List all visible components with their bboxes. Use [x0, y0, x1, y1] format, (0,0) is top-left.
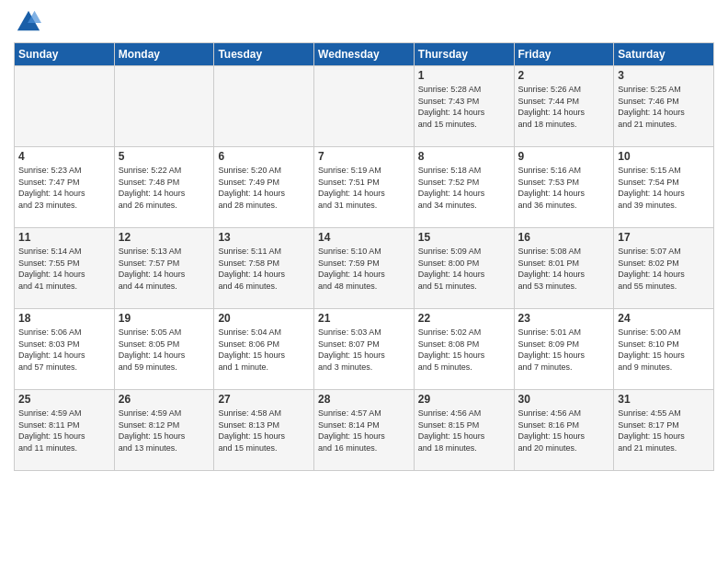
- calendar-week-5: 25Sunrise: 4:59 AMSunset: 8:11 PMDayligh…: [15, 390, 714, 471]
- cell-content: Sunrise: 5:09 AMSunset: 8:00 PMDaylight:…: [418, 246, 510, 292]
- cell-content: Sunrise: 5:26 AMSunset: 7:44 PMDaylight:…: [518, 84, 610, 130]
- day-header-thursday: Thursday: [414, 43, 514, 66]
- cell-content: Sunrise: 4:58 AMSunset: 8:13 PMDaylight:…: [218, 408, 310, 454]
- calendar-cell: 17Sunrise: 5:07 AMSunset: 8:02 PMDayligh…: [614, 228, 714, 309]
- day-number: 25: [18, 393, 110, 406]
- day-number: 16: [518, 231, 610, 244]
- calendar-cell: 20Sunrise: 5:04 AMSunset: 8:06 PMDayligh…: [214, 309, 314, 390]
- day-number: 10: [618, 150, 710, 163]
- calendar-cell: 13Sunrise: 5:11 AMSunset: 7:58 PMDayligh…: [214, 228, 314, 309]
- cell-content: Sunrise: 5:14 AMSunset: 7:55 PMDaylight:…: [18, 246, 110, 292]
- day-header-wednesday: Wednesday: [314, 43, 415, 66]
- calendar-cell: 3Sunrise: 5:25 AMSunset: 7:46 PMDaylight…: [614, 66, 714, 147]
- calendar-cell: 2Sunrise: 5:26 AMSunset: 7:44 PMDaylight…: [514, 66, 614, 147]
- calendar-week-2: 4Sunrise: 5:23 AMSunset: 7:47 PMDaylight…: [15, 147, 714, 228]
- calendar-cell: 7Sunrise: 5:19 AMSunset: 7:51 PMDaylight…: [314, 147, 415, 228]
- day-number: 19: [119, 312, 210, 325]
- day-number: 11: [18, 231, 110, 244]
- cell-content: Sunrise: 4:57 AMSunset: 8:14 PMDaylight:…: [318, 408, 410, 454]
- calendar-header-row: SundayMondayTuesdayWednesdayThursdayFrid…: [15, 43, 714, 66]
- calendar-week-1: 1Sunrise: 5:28 AMSunset: 7:43 PMDaylight…: [15, 66, 714, 147]
- cell-content: Sunrise: 5:16 AMSunset: 7:53 PMDaylight:…: [518, 165, 610, 211]
- calendar-cell: 12Sunrise: 5:13 AMSunset: 7:57 PMDayligh…: [114, 228, 214, 309]
- cell-content: Sunrise: 5:05 AMSunset: 8:05 PMDaylight:…: [119, 327, 210, 373]
- day-number: 18: [18, 312, 110, 325]
- day-number: 26: [119, 393, 210, 406]
- cell-content: Sunrise: 5:28 AMSunset: 7:43 PMDaylight:…: [418, 84, 510, 130]
- calendar-cell: 14Sunrise: 5:10 AMSunset: 7:59 PMDayligh…: [314, 228, 415, 309]
- calendar-cell: 16Sunrise: 5:08 AMSunset: 8:01 PMDayligh…: [514, 228, 614, 309]
- calendar-table: SundayMondayTuesdayWednesdayThursdayFrid…: [14, 42, 714, 471]
- cell-content: Sunrise: 5:08 AMSunset: 8:01 PMDaylight:…: [518, 246, 610, 292]
- day-number: 20: [218, 312, 310, 325]
- day-header-monday: Monday: [114, 43, 214, 66]
- day-header-saturday: Saturday: [614, 43, 714, 66]
- day-number: 23: [518, 312, 610, 325]
- day-number: 6: [218, 150, 310, 163]
- calendar-cell: [114, 66, 214, 147]
- cell-content: Sunrise: 5:15 AMSunset: 7:54 PMDaylight:…: [618, 165, 710, 211]
- calendar-cell: 30Sunrise: 4:56 AMSunset: 8:16 PMDayligh…: [514, 390, 614, 471]
- day-number: 3: [618, 69, 710, 82]
- calendar-cell: 11Sunrise: 5:14 AMSunset: 7:55 PMDayligh…: [15, 228, 115, 309]
- cell-content: Sunrise: 5:22 AMSunset: 7:48 PMDaylight:…: [119, 165, 210, 211]
- day-number: 24: [618, 312, 710, 325]
- cell-content: Sunrise: 5:06 AMSunset: 8:03 PMDaylight:…: [18, 327, 110, 373]
- calendar-cell: 23Sunrise: 5:01 AMSunset: 8:09 PMDayligh…: [514, 309, 614, 390]
- calendar-cell: 6Sunrise: 5:20 AMSunset: 7:49 PMDaylight…: [214, 147, 314, 228]
- cell-content: Sunrise: 5:25 AMSunset: 7:46 PMDaylight:…: [618, 84, 710, 130]
- cell-content: Sunrise: 5:01 AMSunset: 8:09 PMDaylight:…: [518, 327, 610, 373]
- day-number: 1: [418, 69, 510, 82]
- cell-content: Sunrise: 5:02 AMSunset: 8:08 PMDaylight:…: [418, 327, 510, 373]
- day-number: 4: [18, 150, 110, 163]
- cell-content: Sunrise: 5:00 AMSunset: 8:10 PMDaylight:…: [618, 327, 710, 373]
- cell-content: Sunrise: 5:07 AMSunset: 8:02 PMDaylight:…: [618, 246, 710, 292]
- cell-content: Sunrise: 4:56 AMSunset: 8:15 PMDaylight:…: [418, 408, 510, 454]
- calendar-cell: [314, 66, 415, 147]
- day-number: 22: [418, 312, 510, 325]
- calendar-cell: 24Sunrise: 5:00 AMSunset: 8:10 PMDayligh…: [614, 309, 714, 390]
- day-number: 5: [119, 150, 210, 163]
- calendar-cell: 19Sunrise: 5:05 AMSunset: 8:05 PMDayligh…: [114, 309, 214, 390]
- calendar-cell: 27Sunrise: 4:58 AMSunset: 8:13 PMDayligh…: [214, 390, 314, 471]
- cell-content: Sunrise: 5:10 AMSunset: 7:59 PMDaylight:…: [318, 246, 410, 292]
- calendar-week-4: 18Sunrise: 5:06 AMSunset: 8:03 PMDayligh…: [15, 309, 714, 390]
- cell-content: Sunrise: 5:11 AMSunset: 7:58 PMDaylight:…: [218, 246, 310, 292]
- cell-content: Sunrise: 5:20 AMSunset: 7:49 PMDaylight:…: [218, 165, 310, 211]
- day-number: 17: [618, 231, 710, 244]
- cell-content: Sunrise: 5:13 AMSunset: 7:57 PMDaylight:…: [119, 246, 210, 292]
- day-number: 29: [418, 393, 510, 406]
- calendar-cell: 15Sunrise: 5:09 AMSunset: 8:00 PMDayligh…: [414, 228, 514, 309]
- cell-content: Sunrise: 5:23 AMSunset: 7:47 PMDaylight:…: [18, 165, 110, 211]
- day-number: 7: [318, 150, 410, 163]
- calendar-cell: [15, 66, 115, 147]
- day-number: 12: [119, 231, 210, 244]
- calendar-cell: 9Sunrise: 5:16 AMSunset: 7:53 PMDaylight…: [514, 147, 614, 228]
- day-number: 8: [418, 150, 510, 163]
- calendar-cell: 5Sunrise: 5:22 AMSunset: 7:48 PMDaylight…: [114, 147, 214, 228]
- calendar-cell: 4Sunrise: 5:23 AMSunset: 7:47 PMDaylight…: [15, 147, 115, 228]
- page-container: SundayMondayTuesdayWednesdayThursdayFrid…: [0, 0, 728, 480]
- calendar-cell: 22Sunrise: 5:02 AMSunset: 8:08 PMDayligh…: [414, 309, 514, 390]
- cell-content: Sunrise: 5:18 AMSunset: 7:52 PMDaylight:…: [418, 165, 510, 211]
- logo-icon: [16, 9, 41, 35]
- page-header: [14, 9, 714, 35]
- day-header-tuesday: Tuesday: [214, 43, 314, 66]
- cell-content: Sunrise: 5:03 AMSunset: 8:07 PMDaylight:…: [318, 327, 410, 373]
- calendar-cell: 26Sunrise: 4:59 AMSunset: 8:12 PMDayligh…: [114, 390, 214, 471]
- calendar-cell: 28Sunrise: 4:57 AMSunset: 8:14 PMDayligh…: [314, 390, 415, 471]
- cell-content: Sunrise: 5:19 AMSunset: 7:51 PMDaylight:…: [318, 165, 410, 211]
- day-number: 21: [318, 312, 410, 325]
- day-header-sunday: Sunday: [15, 43, 115, 66]
- logo: [14, 9, 41, 35]
- day-number: 27: [218, 393, 310, 406]
- day-number: 30: [518, 393, 610, 406]
- cell-content: Sunrise: 4:56 AMSunset: 8:16 PMDaylight:…: [518, 408, 610, 454]
- calendar-cell: 10Sunrise: 5:15 AMSunset: 7:54 PMDayligh…: [614, 147, 714, 228]
- calendar-cell: 25Sunrise: 4:59 AMSunset: 8:11 PMDayligh…: [15, 390, 115, 471]
- cell-content: Sunrise: 4:55 AMSunset: 8:17 PMDaylight:…: [618, 408, 710, 454]
- calendar-week-3: 11Sunrise: 5:14 AMSunset: 7:55 PMDayligh…: [15, 228, 714, 309]
- calendar-cell: 1Sunrise: 5:28 AMSunset: 7:43 PMDaylight…: [414, 66, 514, 147]
- calendar-cell: 31Sunrise: 4:55 AMSunset: 8:17 PMDayligh…: [614, 390, 714, 471]
- day-header-friday: Friday: [514, 43, 614, 66]
